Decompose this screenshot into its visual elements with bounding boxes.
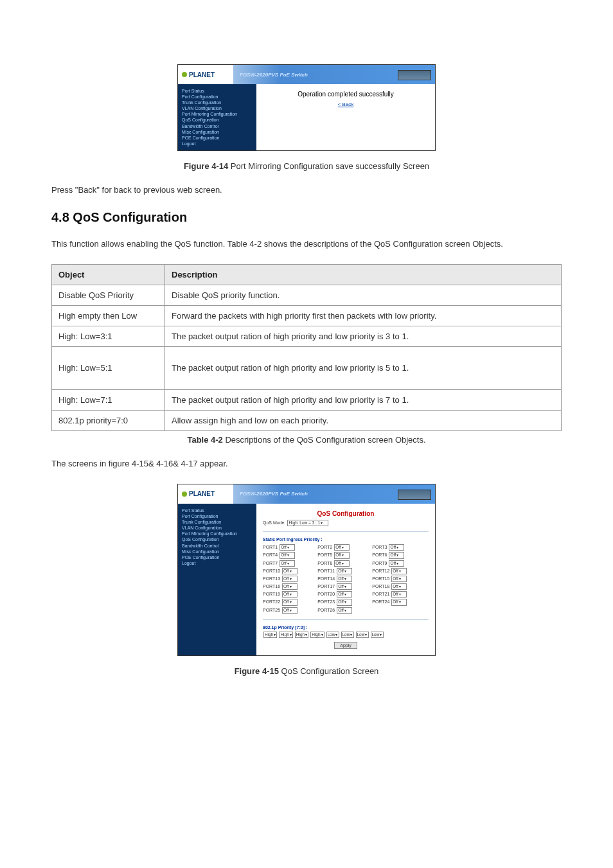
port-label: PORT15: [372, 576, 391, 581]
sidebar-item[interactable]: Port Mirroring Configuration: [182, 531, 253, 536]
port-priority-select[interactable]: Off: [282, 576, 298, 582]
port-priority-select[interactable]: Off: [280, 544, 295, 551]
dot1p-priority-select[interactable]: Low: [371, 632, 384, 638]
port-priority-select[interactable]: Off: [389, 560, 404, 567]
sidebar-item[interactable]: QoS Configuration: [182, 117, 253, 123]
dot1p-priority-select[interactable]: Low: [356, 632, 369, 638]
sidebar-item[interactable]: POE Configuration: [182, 554, 253, 560]
port-entry: PORT3 Off: [372, 544, 427, 551]
port-priority-select[interactable]: Off: [391, 591, 407, 598]
sidebar-item[interactable]: POE Configuration: [182, 135, 253, 141]
port-priority-select[interactable]: Off: [337, 599, 352, 605]
sidebar-item[interactable]: Misc Configuration: [182, 129, 253, 135]
port-priority-select[interactable]: Off: [334, 552, 350, 558]
port-priority-select[interactable]: Off: [282, 583, 298, 590]
port-entry: PORT22 Off: [263, 599, 317, 605]
sidebar-item[interactable]: Trunk Configuration: [182, 519, 253, 525]
sidebar-item[interactable]: Port Status: [182, 508, 253, 513]
device-image-icon: [398, 70, 431, 80]
qos-description-table: Object Description Disable QoS PriorityD…: [51, 264, 562, 431]
port-priority-select[interactable]: Off: [391, 599, 407, 605]
port-priority-select[interactable]: Off: [280, 560, 295, 567]
dot1p-priority-select[interactable]: High: [310, 632, 324, 638]
sidebar-nav: Port StatusPort ConfigurationTrunk Confi…: [178, 504, 256, 655]
apply-button[interactable]: Apply: [334, 642, 357, 649]
sidebar-item[interactable]: Port Configuration: [182, 513, 253, 519]
product-model: FGSW-2620PVS PoE Switch: [240, 491, 308, 497]
logo-dot-icon: [182, 72, 187, 77]
port-label: PORT7: [263, 561, 279, 565]
port-entry: PORT15 Off: [372, 576, 427, 582]
sidebar-item[interactable]: Logout: [182, 141, 253, 146]
table-header-description: Description: [165, 264, 562, 285]
port-entry: PORT19 Off: [263, 591, 317, 598]
port-priority-select[interactable]: Off: [337, 576, 352, 582]
port-priority-select[interactable]: Off: [282, 568, 298, 574]
device-image-icon: [398, 490, 431, 500]
port-label: PORT17: [317, 584, 336, 589]
port-entry: PORT8 Off: [317, 560, 372, 567]
sidebar-item[interactable]: Port Status: [182, 88, 253, 94]
divider: [263, 619, 429, 620]
port-entry: PORT12 Off: [372, 568, 427, 574]
port-priority-select[interactable]: Off: [282, 591, 298, 598]
port-entry: PORT21 Off: [372, 591, 427, 598]
port-priority-select[interactable]: Off: [337, 591, 352, 598]
planet-logo: PLANET: [178, 65, 233, 84]
figure-4-15-screenshot: PLANET FGSW-2620PVS PoE Switch Port Stat…: [51, 484, 562, 656]
dot1p-priority-select[interactable]: High: [263, 632, 277, 638]
port-entry: PORT13 Off: [263, 576, 317, 582]
table-cell-object: High empty then Low: [52, 305, 165, 326]
port-priority-select[interactable]: Off: [334, 544, 350, 551]
sidebar-item[interactable]: Bandwidth Control: [182, 543, 253, 549]
sidebar-item[interactable]: Bandwidth Control: [182, 123, 253, 129]
port-label: PORT13: [263, 576, 281, 581]
port-label: PORT9: [372, 561, 388, 565]
sidebar-item[interactable]: QoS Configuration: [182, 536, 253, 542]
sidebar-item[interactable]: Logout: [182, 560, 253, 566]
port-priority-select[interactable]: Off: [280, 552, 295, 558]
port-entry: PORT11 Off: [317, 568, 372, 574]
sidebar-item[interactable]: VLAN Configuration: [182, 525, 253, 531]
port-label: PORT20: [317, 592, 336, 596]
port-priority-select[interactable]: Off: [282, 607, 298, 614]
table-number: Table 4-2: [187, 435, 222, 445]
port-priority-select[interactable]: Off: [391, 583, 407, 590]
table-cell-object: 802.1p priority=7:0: [52, 410, 165, 430]
qos-mode-select[interactable]: High: Low = 3 : 1: [287, 520, 328, 526]
back-link[interactable]: < Back: [338, 102, 354, 107]
port-priority-select[interactable]: Off: [389, 552, 404, 558]
port-priority-select[interactable]: Off: [389, 544, 404, 551]
figure-4-15-caption: Figure 4-15 QoS Configuration Screen: [51, 666, 562, 676]
port-entry: PORT25 Off: [263, 607, 317, 614]
port-priority-select[interactable]: Off: [391, 568, 407, 574]
sidebar-item[interactable]: Port Mirroring Configuration: [182, 111, 253, 117]
port-priority-select[interactable]: Off: [334, 560, 350, 567]
port-label: PORT11: [317, 569, 336, 573]
dot1p-priority-select[interactable]: Low: [341, 632, 354, 638]
dot1p-priority-row: HighHighHighHighLowLowLowLow: [263, 632, 429, 638]
figure-text: QoS Configuration Screen: [279, 666, 378, 676]
port-entry: PORT16 Off: [263, 583, 317, 590]
sidebar-item[interactable]: Port Configuration: [182, 94, 253, 100]
port-priority-select[interactable]: Off: [337, 568, 352, 574]
dot1p-priority-select[interactable]: High: [295, 632, 308, 638]
dot1p-priority-select[interactable]: Low: [326, 632, 339, 638]
port-priority-select[interactable]: Off: [391, 576, 407, 582]
table-cell-description: The packet output ration of high priorit…: [165, 326, 562, 346]
port-entry: PORT2 Off: [317, 544, 372, 551]
static-port-priority-label: Static Port Ingress Priority :: [263, 537, 429, 542]
port-priority-select[interactable]: Off: [337, 607, 352, 614]
port-priority-select[interactable]: Off: [337, 583, 352, 590]
sidebar-item[interactable]: Misc Configuration: [182, 549, 253, 554]
sidebar-item[interactable]: Trunk Configuration: [182, 100, 253, 105]
port-entry: PORT5 Off: [317, 552, 372, 558]
port-entry: PORT20 Off: [317, 591, 372, 598]
port-entry: PORT24 Off: [372, 599, 427, 605]
main-pane: Operation completed successfully < Back: [256, 84, 435, 150]
dot1p-priority-select[interactable]: High: [279, 632, 292, 638]
sidebar-item[interactable]: VLAN Configuration: [182, 105, 253, 111]
port-label: PORT25: [263, 608, 281, 612]
port-priority-select[interactable]: Off: [282, 599, 298, 605]
port-label: PORT23: [317, 599, 336, 604]
